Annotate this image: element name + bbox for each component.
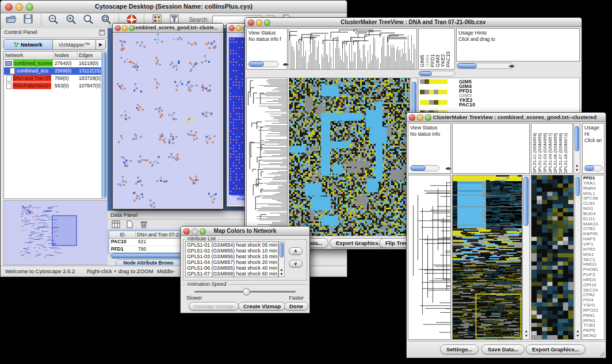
scrollbar-thumb[interactable] <box>102 52 106 198</box>
tv2-column-label[interactable]: GPL51-08 (GSM872) <box>563 124 568 174</box>
tv1-zoom-heatmap[interactable] <box>420 79 447 107</box>
close-button[interactable] <box>229 25 235 31</box>
scrollbar-thumb[interactable] <box>523 177 529 226</box>
tv2-save-data-button[interactable]: Save Data... <box>481 344 525 354</box>
scrollbar-thumb[interactable] <box>411 166 426 171</box>
scrollbar-thumb[interactable] <box>457 63 477 68</box>
attribute-list[interactable]: GPL51-01 (GSM854) heat shock 05 minGPL51… <box>185 242 278 277</box>
attribute-list-scrollbar[interactable]: ▲ ▼ <box>278 242 285 277</box>
tv1-column-label[interactable]: PAC10 <box>445 29 450 67</box>
scroll-down-icon[interactable]: ▼ <box>279 272 284 277</box>
tv2-column-dendrogram[interactable] <box>452 123 530 174</box>
scrollbar-thumb[interactable] <box>280 243 284 258</box>
zoom-button[interactable] <box>129 25 135 31</box>
tv1-column-label[interactable]: GIM5 <box>419 29 424 67</box>
scrollbar-thumb[interactable] <box>576 177 580 196</box>
col-nodes[interactable]: Nodes <box>53 52 78 59</box>
network-row[interactable]: DNA and Tran 07769(0)183728(0) <box>4 75 101 82</box>
scrollbar-thumb[interactable] <box>249 62 264 67</box>
treeview2-titlebar[interactable]: ClusterMaker TreeView : combined_scores_… <box>407 113 606 122</box>
tv2-column-label[interactable]: GPL51-07 (GSM868) <box>558 124 563 174</box>
tv1-column-label[interactable]: GIM3 <box>435 29 440 67</box>
float-panel-icon[interactable] <box>99 29 105 36</box>
scroll-down-icon[interactable]: ▼ <box>575 334 580 338</box>
network-table-header[interactable]: NetworkNodesEdges <box>4 52 101 60</box>
slider-thumb[interactable] <box>243 288 250 296</box>
zoom-button[interactable] <box>26 3 33 11</box>
scrollbar-thumb[interactable] <box>575 126 579 151</box>
tab-overflow-button[interactable]: ▶ <box>96 40 105 49</box>
attribute-item[interactable]: GPL51-07 (GSM868) heat shock 60 min <box>187 271 278 277</box>
tab-network[interactable]: Network <box>4 40 53 49</box>
main-titlebar[interactable]: Cytoscape Desktop (Session Name: collins… <box>1 1 347 13</box>
tv1-row-label[interactable]: PAC10 <box>459 102 475 107</box>
scroll-down-icon[interactable]: ▼ <box>574 168 580 173</box>
select-attributes-button[interactable] <box>110 220 121 229</box>
tv1-usage-scrollbar[interactable]: ◀▶ <box>456 63 514 69</box>
tv2-column-label[interactable]: GPL51-02 (GSM855) <box>537 124 542 174</box>
birdseye-canvas[interactable] <box>4 201 107 263</box>
scroll-left-icon[interactable]: ◀▶ <box>282 62 288 67</box>
treeview1-titlebar[interactable]: ClusterMaker TreeView : DNA and Tran 07-… <box>245 18 582 27</box>
tab-vizmapper[interactable]: VizMapper™ <box>53 40 96 49</box>
network-row[interactable]: combined_scores2764(0)16218(0) <box>4 60 101 67</box>
tv2-row-dendrogram[interactable] <box>408 175 451 340</box>
zoom-button[interactable] <box>425 114 431 121</box>
attribute-item[interactable]: GPL51-06 (GSM865) heat shock 40 min <box>187 265 278 271</box>
birdseye-view[interactable] <box>3 200 109 265</box>
scroll-arrows-icon[interactable]: ◀▶ <box>445 166 451 171</box>
zoom-selected-button[interactable] <box>100 14 113 26</box>
scroll-down-icon[interactable]: ▼ <box>523 334 529 338</box>
delete-attribute-button[interactable] <box>138 220 150 229</box>
col-network[interactable]: Network <box>4 52 53 59</box>
minimize-button[interactable] <box>192 228 198 235</box>
scrollbar-thumb[interactable] <box>419 71 432 76</box>
control-panel-scrollbar[interactable] <box>101 51 108 199</box>
map-dialog-titlebar[interactable]: Map Colors to Network <box>181 227 309 236</box>
zoom-out-button[interactable] <box>47 14 60 26</box>
tv1-row-dendrogram[interactable] <box>246 78 288 236</box>
zoom-button[interactable] <box>264 20 270 26</box>
tv1-column-label[interactable]: GIM4 <box>424 29 430 67</box>
tv1-heatmap-canvas[interactable] <box>289 78 410 236</box>
tv2-status-scrollbar[interactable] <box>410 165 439 171</box>
minimize-button[interactable] <box>256 20 262 26</box>
minimize-button[interactable] <box>417 114 423 121</box>
close-button[interactable] <box>183 228 190 235</box>
move-down-button[interactable]: ∨ <box>289 260 303 267</box>
zoom-button[interactable] <box>200 228 206 235</box>
network-view-titlebar[interactable]: combined_scores_good.txt--cluste... <box>113 24 223 33</box>
tv2-zoom-heatmap[interactable] <box>531 175 574 340</box>
close-button[interactable] <box>115 25 121 31</box>
scrollbar-thumb[interactable] <box>585 166 594 171</box>
attribute-item[interactable]: GPL51-04 (GSM857) heat shock 20 min <box>187 259 278 265</box>
attribute-item[interactable]: GPL51-03 (GSM856) heat shock 15 min <box>187 254 278 259</box>
close-button[interactable] <box>5 3 13 11</box>
tv1-column-label[interactable]: PFD1 <box>430 29 435 67</box>
tv2-gene-scrollbar[interactable]: ▲ ▼ <box>575 175 581 340</box>
tv1-column-dendrogram-canvas[interactable] <box>289 29 416 69</box>
tv2-column-label[interactable]: GPL51-03 (GSM856) <box>542 124 548 174</box>
network-row[interactable]: combined_sco2569(6)13112(15) <box>4 67 101 75</box>
minimize-button[interactable] <box>122 25 128 31</box>
scroll-up-icon[interactable]: ▲ <box>279 267 284 272</box>
tv1-zoom-scrollbar[interactable] <box>418 71 455 76</box>
tv2-heatmap-canvas[interactable] <box>453 175 522 339</box>
col-edges[interactable]: Edges <box>78 52 100 59</box>
tv1-global-heatmap[interactable] <box>289 78 410 236</box>
network-row[interactable]: RNAPuberNov2+563(0)107847(0) <box>4 82 101 90</box>
tv2-heatmap-vscrollbar[interactable]: ▲ ▼ <box>522 175 530 340</box>
close-button[interactable] <box>409 114 415 121</box>
tv1-status-scrollbar[interactable] <box>248 61 279 67</box>
tv1-column-label[interactable]: YKE2 <box>440 29 445 67</box>
open-session-button[interactable] <box>4 14 18 26</box>
minimize-button[interactable] <box>16 3 23 11</box>
tv2-column-label[interactable]: GPL51-01 (GSM854) <box>532 124 537 174</box>
new-attribute-button[interactable] <box>124 220 135 229</box>
resize-grip-icon[interactable] <box>599 351 605 357</box>
tv2-column-label[interactable]: GPL51-04 (GSM857) <box>548 124 553 174</box>
done-button[interactable]: Done <box>284 302 308 311</box>
tv2-collabel-scrollbar[interactable]: ▲ ▼ <box>573 123 580 174</box>
save-session-button[interactable] <box>21 14 35 26</box>
attribute-item[interactable]: GPL51-01 (GSM854) heat shock 05 min <box>187 242 278 248</box>
